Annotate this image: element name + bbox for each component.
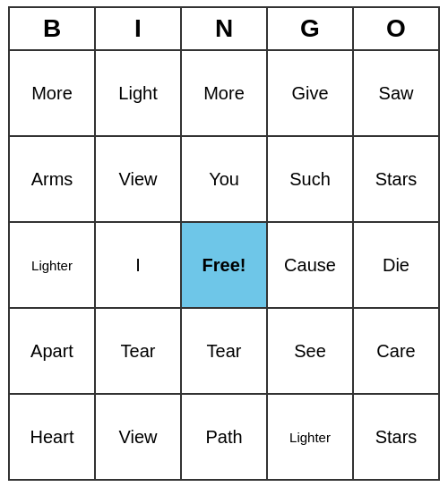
- bingo-cell-r1-c1: View: [96, 137, 182, 223]
- header-cell-b: B: [10, 8, 96, 51]
- bingo-row-3: ApartTearTearSeeCare: [10, 309, 440, 395]
- bingo-cell-r4-c1: View: [96, 395, 182, 481]
- bingo-cell-r3-c4: Care: [354, 309, 440, 395]
- bingo-cell-r4-c4: Stars: [354, 395, 440, 481]
- bingo-cell-r0-c1: Light: [96, 51, 182, 137]
- bingo-cell-r0-c3: Give: [268, 51, 354, 137]
- bingo-cell-r1-c0: Arms: [10, 137, 96, 223]
- bingo-card: BINGOMoreLightMoreGiveSawArmsViewYouSuch…: [8, 6, 440, 481]
- bingo-cell-r4-c3: Lighter: [268, 395, 354, 481]
- bingo-cell-r2-c3: Cause: [268, 223, 354, 309]
- bingo-cell-r4-c0: Heart: [10, 395, 96, 481]
- bingo-cell-r2-c0: Lighter: [10, 223, 96, 309]
- bingo-row-0: MoreLightMoreGiveSaw: [10, 51, 440, 137]
- bingo-cell-r1-c3: Such: [268, 137, 354, 223]
- bingo-cell-r3-c2: Tear: [182, 309, 268, 395]
- bingo-cell-r2-c4: Die: [354, 223, 440, 309]
- header-cell-o: O: [354, 8, 440, 51]
- bingo-cell-r3-c3: See: [268, 309, 354, 395]
- bingo-cell-r0-c4: Saw: [354, 51, 440, 137]
- bingo-cell-r1-c4: Stars: [354, 137, 440, 223]
- bingo-row-4: HeartViewPathLighterStars: [10, 395, 440, 481]
- bingo-cell-r3-c1: Tear: [96, 309, 182, 395]
- header-cell-g: G: [268, 8, 354, 51]
- bingo-row-2: LighterIFree!CauseDie: [10, 223, 440, 309]
- bingo-cell-r0-c2: More: [182, 51, 268, 137]
- bingo-cell-r4-c2: Path: [182, 395, 268, 481]
- bingo-cell-r2-c1: I: [96, 223, 182, 309]
- free-cell: Free!: [182, 223, 268, 309]
- bingo-row-1: ArmsViewYouSuchStars: [10, 137, 440, 223]
- bingo-cell-r3-c0: Apart: [10, 309, 96, 395]
- header-cell-i: I: [96, 8, 182, 51]
- bingo-cell-r0-c0: More: [10, 51, 96, 137]
- header-cell-n: N: [182, 8, 268, 51]
- bingo-cell-r1-c2: You: [182, 137, 268, 223]
